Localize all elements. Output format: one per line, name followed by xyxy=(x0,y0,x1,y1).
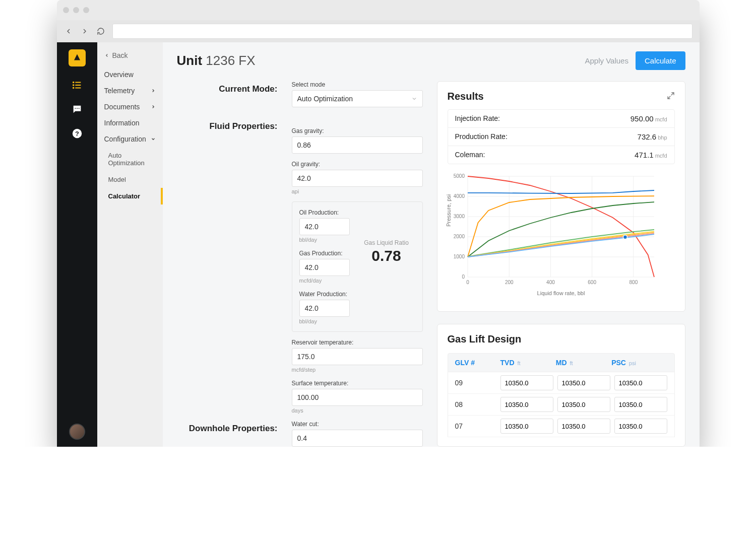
sidebar-item-documents[interactable]: Documents xyxy=(97,99,163,115)
ratio-label: Gas Liquid Ratio xyxy=(358,239,415,246)
list-icon[interactable] xyxy=(72,80,83,91)
chat-icon[interactable] xyxy=(72,104,83,115)
forward-icon[interactable] xyxy=(80,27,89,36)
window-dot[interactable] xyxy=(83,7,89,13)
gas-lift-title: Gas Lift Design xyxy=(448,333,675,345)
glv-tvd-input[interactable] xyxy=(500,397,553,412)
glv-tvd-input[interactable] xyxy=(500,375,553,390)
sidebar-sub-auto-optimization[interactable]: Auto Optimization xyxy=(97,147,163,171)
svg-text:?: ? xyxy=(75,130,79,138)
res-temp-label: Reservoir temperature: xyxy=(292,339,423,346)
svg-point-3 xyxy=(73,82,74,83)
back-label: Back xyxy=(112,51,128,59)
main-content: Unit 1236 FX Apply Values Calculate Curr… xyxy=(163,42,700,447)
svg-text:3000: 3000 xyxy=(453,214,465,219)
water-prod-input[interactable] xyxy=(299,300,350,317)
gas-prod-label: Gas Production: xyxy=(299,250,350,257)
gas-lift-card: Gas Lift Design GLV # TVD ft MD ft PSC p… xyxy=(437,324,685,447)
pressure-chart: Pressure, psi 01000200030004000500002004… xyxy=(448,171,675,302)
svg-text:200: 200 xyxy=(505,280,513,285)
svg-text:0: 0 xyxy=(462,274,465,280)
label-fluid-properties: Fluid Properties: xyxy=(177,121,278,131)
glv-row: 08 xyxy=(448,394,675,416)
svg-point-8 xyxy=(78,108,79,109)
address-bar[interactable] xyxy=(112,24,692,39)
results-table: Injection Rate:950.00mcfdProduction Rate… xyxy=(448,109,675,164)
results-title: Results xyxy=(448,91,484,102)
ratio-value: 0.78 xyxy=(358,247,415,264)
oil-prod-input[interactable] xyxy=(299,218,350,235)
page-title: Unit 1236 FX xyxy=(177,53,256,68)
svg-text:0: 0 xyxy=(466,280,469,285)
results-row: Coleman:471.1mcfd xyxy=(448,146,674,164)
glv-row: 07 xyxy=(448,416,675,437)
glv-tvd-input[interactable] xyxy=(500,419,553,434)
browser-toolbar xyxy=(57,20,700,42)
svg-text:400: 400 xyxy=(546,280,555,285)
results-row: Production Rate:732.6bhp xyxy=(448,128,674,146)
glv-psc-input[interactable] xyxy=(614,375,667,390)
oil-prod-label: Oil Production: xyxy=(299,209,350,216)
back-icon[interactable] xyxy=(64,27,73,36)
surf-temp-input[interactable] xyxy=(292,389,423,406)
svg-point-6 xyxy=(75,108,76,109)
sidebar-item-overview[interactable]: Overview xyxy=(97,66,163,83)
oil-gravity-hint: api xyxy=(292,188,423,194)
reload-icon[interactable] xyxy=(96,27,105,36)
oil-gravity-label: Oil gravity: xyxy=(292,161,423,168)
calculate-button[interactable]: Calculate xyxy=(636,51,685,70)
water-prod-label: Water Production: xyxy=(299,291,350,298)
results-row: Injection Rate:950.00mcfd xyxy=(448,110,674,128)
chevron-right-icon xyxy=(151,104,156,109)
glv-md-input[interactable] xyxy=(557,397,610,412)
svg-text:2000: 2000 xyxy=(453,234,465,239)
oil-gravity-input[interactable] xyxy=(292,170,423,187)
surf-temp-label: Surface temperature: xyxy=(292,380,423,387)
svg-text:600: 600 xyxy=(588,280,596,285)
sidebar-item-telemetry[interactable]: Telemetry xyxy=(97,83,163,99)
svg-text:4000: 4000 xyxy=(453,193,465,199)
gas-gravity-input[interactable] xyxy=(292,136,423,154)
chevron-right-icon xyxy=(151,88,156,93)
apply-values-link[interactable]: Apply Values xyxy=(585,56,628,65)
select-mode[interactable]: Auto Optimization xyxy=(292,90,423,107)
water-cut-input[interactable] xyxy=(292,430,423,447)
expand-icon[interactable] xyxy=(667,92,675,102)
section-labels: Current Mode: Fluid Properties: Downhole… xyxy=(177,81,278,447)
select-mode-label: Select mode xyxy=(292,81,423,88)
production-box: Oil Production: bbl/day Gas Production: … xyxy=(292,201,423,332)
svg-point-33 xyxy=(623,235,627,239)
glv-md-input[interactable] xyxy=(557,419,610,434)
label-downhole-properties: Downhole Properties: xyxy=(177,424,278,434)
results-card: Results Injection Rate:950.00mcfdProduct… xyxy=(437,81,685,312)
window-dot[interactable] xyxy=(73,7,79,13)
svg-text:800: 800 xyxy=(629,280,638,285)
chevron-down-icon xyxy=(411,96,417,102)
left-rail: ? xyxy=(57,42,97,447)
sidebar-sub-calculator[interactable]: Calculator xyxy=(97,188,163,204)
svg-point-7 xyxy=(77,108,78,109)
help-icon[interactable]: ? xyxy=(72,128,83,139)
glv-psc-input[interactable] xyxy=(614,419,667,434)
glv-md-input[interactable] xyxy=(557,375,610,390)
glv-row: 09 xyxy=(448,372,675,394)
window-dot[interactable] xyxy=(63,7,69,13)
res-temp-input[interactable] xyxy=(292,348,423,365)
user-avatar[interactable] xyxy=(69,424,85,440)
forms-column: Select mode Auto Optimization Gas gravit… xyxy=(292,81,423,447)
glv-header: GLV # TVD ft MD ft PSC psi xyxy=(448,353,675,372)
app-logo[interactable] xyxy=(69,49,86,66)
sidebar-item-information[interactable]: Information xyxy=(97,115,163,131)
sidebar-item-configuration[interactable]: Configuration xyxy=(97,131,163,147)
sidebar: Back Overview Telemetry Documents Inform… xyxy=(97,42,163,447)
back-link[interactable]: Back xyxy=(97,49,163,66)
browser-tabbar xyxy=(57,0,700,20)
gas-prod-input[interactable] xyxy=(299,259,350,276)
glv-psc-input[interactable] xyxy=(614,397,667,412)
sidebar-sub-model[interactable]: Model xyxy=(97,171,163,188)
water-cut-label: Water cut: xyxy=(292,421,423,428)
svg-point-4 xyxy=(73,85,74,86)
svg-point-5 xyxy=(73,88,74,89)
label-current-mode: Current Mode: xyxy=(177,84,278,94)
gas-gravity-label: Gas gravity: xyxy=(292,127,423,134)
